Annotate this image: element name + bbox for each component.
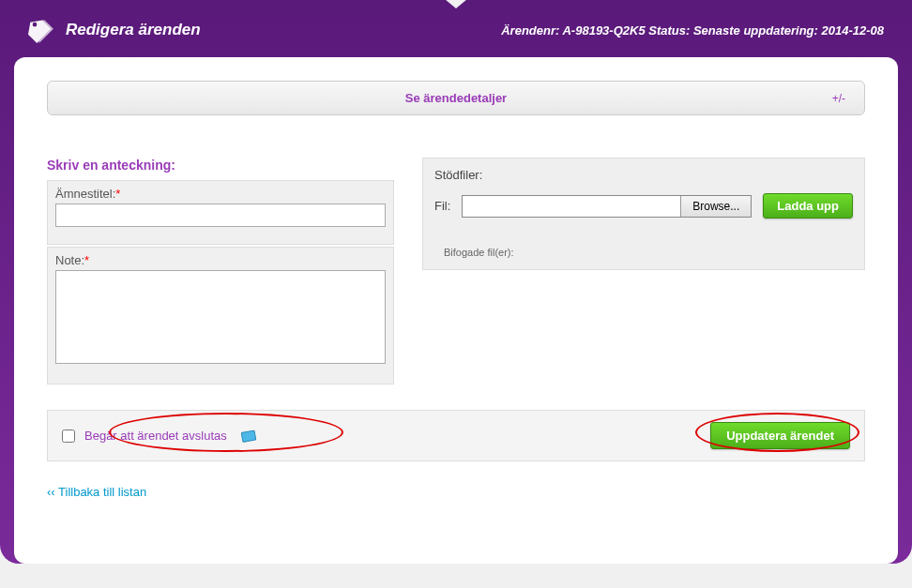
close-request-label: Begär att ärendet avslutas [84,429,227,443]
browse-button[interactable]: Browse... [680,196,751,217]
details-banner-title: Se ärendedetaljer [62,91,850,105]
updated-label: Senaste uppdatering: [693,23,818,38]
note-label-text: Note: [55,253,84,267]
required-marker: * [115,187,120,201]
subject-label-text: Ämnestitel: [55,187,115,201]
footer-row: Begär att ärendet avslutas Uppdatera äre… [47,410,865,461]
required-marker: * [84,253,89,267]
page-title: Redigera ärenden [66,21,201,39]
tag-icon [28,17,54,43]
case-number: A-98193-Q2K5 [562,23,645,38]
back-link[interactable]: ‹‹ Tillbaka till listan [47,485,146,499]
header-info: Ärendenr: A-98193-Q2K5 Status: Senaste u… [501,23,884,38]
upload-button[interactable]: Ladda upp [763,193,853,219]
case-label: Ärendenr: [501,23,559,38]
note-textarea[interactable] [55,270,386,364]
details-toggle[interactable]: +/- [832,92,845,105]
file-input-wrap[interactable]: Browse... [462,195,752,218]
details-banner[interactable]: Se ärendedetaljer +/- [47,81,865,115]
file-path-input[interactable] [463,196,680,217]
subject-label: Ämnestitel:* [55,187,386,201]
file-row: Fil: Browse... Ladda upp [434,193,853,219]
status-label: Status: [648,23,690,38]
main-columns: Skriv en anteckning: Ämnestitel:* Note:* [47,158,865,386]
close-request-checkbox[interactable] [62,430,75,443]
ticket-icon [241,430,258,443]
subject-input[interactable] [55,204,386,227]
note-label: Note:* [55,253,386,267]
note-column: Skriv en anteckning: Ämnestitel:* Note:* [47,158,394,386]
file-label: Fil: [434,199,450,213]
close-request-wrap[interactable]: Begär att ärendet avslutas [62,429,258,443]
updated-value: 2014-12-08 [822,23,885,38]
content-panel: Se ärendedetaljer +/- Skriv en antecknin… [14,57,898,564]
header-bar: Redigera ärenden Ärendenr: A-98193-Q2K5 … [0,0,912,57]
subject-group: Ämnestitel:* [47,180,394,245]
note-section-title: Skriv en anteckning: [47,158,394,173]
files-section-title: Stödfiler: [434,168,853,182]
files-column: Stödfiler: Fil: Browse... Ladda upp Bifo… [422,158,865,386]
submit-button[interactable]: Uppdatera ärendet [710,422,850,449]
page-wrapper: Redigera ärenden Ärendenr: A-98193-Q2K5 … [0,0,912,564]
attached-files-label: Bifogade fil(er): [444,247,853,258]
note-group: Note:* [47,247,394,384]
file-section: Stödfiler: Fil: Browse... Ladda upp Bifo… [422,158,865,270]
svg-rect-0 [241,430,256,442]
